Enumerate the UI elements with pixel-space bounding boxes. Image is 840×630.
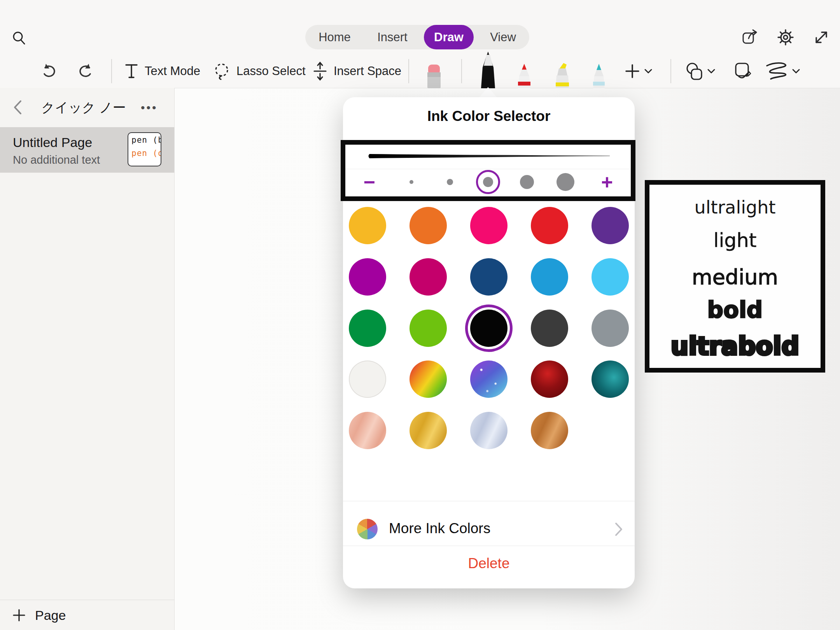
back-chevron-icon[interactable] [12,100,23,115]
color-swatch-dark-red-texture[interactable] [531,360,568,398]
pen-teal[interactable] [589,63,609,88]
color-swatch-teal-texture[interactable] [592,360,629,398]
text-mode-icon [124,63,139,80]
stroke-sample-bold: bold [649,297,821,323]
delete-pen-button[interactable]: Delete [343,555,635,572]
undo-button[interactable] [40,62,59,80]
page-subtitle: No additional text [13,154,100,166]
divider [408,59,409,83]
thumbnail-line-1: pen (bl [131,135,159,145]
text-mode-label: Text Mode [145,64,200,78]
shapes-icon [684,61,704,81]
chevron-right-icon [614,522,623,537]
chevron-down-icon [792,68,800,74]
color-swatch-rainbow-glitter[interactable] [410,360,447,398]
page-thumbnail: pen (bl pen (ora [128,132,161,166]
lasso-select-button[interactable]: Lasso Select [212,61,306,82]
divider [111,59,112,83]
stroke-sample-light: light [649,229,821,252]
ribbon-tab-bar: HomeInsertDrawView [305,25,529,49]
tab-insert[interactable]: Insert [367,25,418,49]
plus-icon [12,608,26,623]
divider [343,546,635,546]
settings-gear-icon[interactable] [776,28,795,47]
color-swatch-galaxy[interactable] [470,360,508,398]
add-page-label: Page [35,608,66,623]
color-swatch-blue[interactable] [531,258,568,296]
shapes-button[interactable] [684,61,716,82]
color-swatch-light-blue[interactable] [592,258,629,296]
divider [461,59,462,83]
color-swatch-dark-gray[interactable] [531,310,568,347]
ink-effects-button[interactable] [765,61,800,82]
color-swatch-silver[interactable] [470,412,508,449]
tab-draw[interactable]: Draw [424,25,474,49]
insert-space-button[interactable]: Insert Space [311,61,401,82]
pen-black-selected[interactable] [477,51,499,88]
text-mode-button[interactable]: Text Mode [124,61,200,82]
page-list-item[interactable]: Untitled Page No additional text pen (bl… [0,127,174,173]
redo-button[interactable] [76,62,94,80]
color-swatch-white[interactable] [349,360,386,398]
color-swatch-purple[interactable] [592,207,629,244]
stroke-weight-sample-box: ultralightlightmediumboldultrabold [645,180,825,373]
color-swatch-red[interactable] [531,207,568,244]
stroke-sample-medium: medium [649,265,821,289]
share-icon[interactable] [740,28,759,47]
stroke-sample-ultrabold: ultrabold [649,332,821,360]
color-swatch-magenta[interactable] [349,258,386,296]
more-options-icon[interactable]: ••• [141,101,164,114]
ink-to-text-button[interactable] [733,61,754,82]
chevron-down-icon [644,68,653,74]
pen-red[interactable] [514,63,534,88]
thumbnail-line-2: pen (ora [131,149,159,158]
color-swatch-grid [343,97,635,486]
add-pen-button[interactable] [624,61,653,82]
insert-space-icon [311,61,329,81]
divider [670,59,671,83]
color-swatch-green[interactable] [349,310,386,347]
color-swatch-orange[interactable] [410,207,447,244]
ink-to-text-icon [733,61,753,81]
top-toolbar: HomeInsertDrawView Text Mode Lasso Selec… [0,0,840,88]
insert-space-label: Insert Space [334,64,401,78]
color-swatch-gray[interactable] [592,310,629,347]
tab-view[interactable]: View [480,25,526,49]
color-swatch-gold[interactable] [410,412,447,449]
stroke-sample-ultralight: ultralight [649,197,821,218]
popup-arrow [479,87,497,98]
color-swatch-rose-gold[interactable] [349,412,386,449]
color-swatch-navy[interactable] [470,258,508,296]
color-swatch-lime[interactable] [410,310,447,347]
color-swatch-yellow[interactable] [349,207,386,244]
onenote-app: HomeInsertDrawView Text Mode Lasso Selec… [0,0,840,630]
highlighter-yellow[interactable] [552,62,573,88]
plus-icon [624,63,641,80]
chevron-down-icon [707,68,716,74]
color-wheel-icon [357,519,378,539]
ink-squiggle-icon [765,61,789,81]
notebook-title: クイック ノート [35,88,132,127]
search-icon[interactable] [10,30,28,47]
sidebar-header: クイック ノート ••• [0,88,174,127]
color-swatch-black[interactable] [470,310,508,347]
sidebar: クイック ノート ••• Untitled Page No additional… [0,88,175,630]
color-swatch-dark-pink[interactable] [410,258,447,296]
eraser-tool[interactable] [423,64,445,88]
color-swatch-pink[interactable] [470,207,508,244]
color-swatch-bronze[interactable] [531,412,568,449]
lasso-select-label: Lasso Select [236,64,306,78]
fullscreen-icon[interactable] [812,28,831,47]
lasso-select-icon [212,61,232,81]
more-ink-colors-label: More Ink Colors [389,520,490,537]
tab-home[interactable]: Home [308,25,361,49]
add-page-button[interactable]: Page [0,600,174,630]
page-title: Untitled Page [13,135,92,150]
